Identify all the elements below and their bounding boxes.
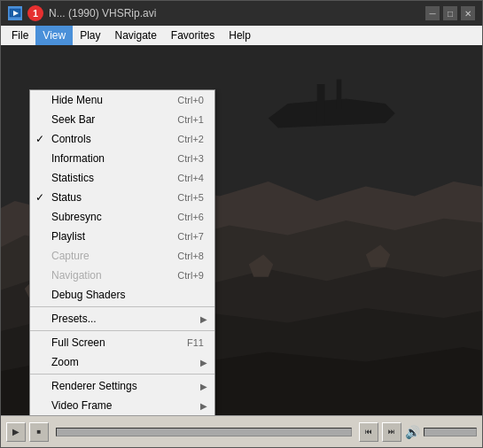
menu-subresync[interactable]: Subresync Ctrl+6: [30, 207, 214, 227]
shortcut-seek-bar: Ctrl+1: [177, 114, 207, 125]
volume-slider[interactable]: [424, 428, 477, 436]
menu-seek-bar[interactable]: Seek Bar Ctrl+1: [30, 110, 214, 129]
minimize-button[interactable]: ─: [425, 6, 440, 20]
menu-hide-menu[interactable]: Hide Menu Ctrl+0: [30, 90, 214, 110]
title-bar: 1 N... (1990) VHSRip.avi ─ □ ✕: [1, 1, 482, 26]
shortcut-playlist: Ctrl+7: [177, 231, 207, 242]
menu-help[interactable]: Help: [222, 26, 258, 45]
svg-rect-4: [317, 84, 325, 123]
menu-controls[interactable]: ✓ Controls Ctrl+2: [30, 129, 214, 149]
arrow-presets: ▶: [200, 314, 207, 324]
shortcut-statistics: Ctrl+4: [177, 173, 207, 183]
shortcut-subresync: Ctrl+6: [177, 212, 207, 222]
menu-play[interactable]: Play: [73, 26, 107, 45]
menu-file[interactable]: File: [4, 26, 35, 45]
menu-navigation: Navigation Ctrl+9: [30, 266, 214, 285]
menu-zoom[interactable]: Zoom ▶: [30, 352, 214, 372]
window-controls: ─ □ ✕: [425, 6, 475, 20]
view-dropdown-menu: Hide Menu Ctrl+0 Seek Bar Ctrl+1 ✓ Contr…: [29, 89, 215, 415]
app-icon: [8, 6, 22, 20]
close-button[interactable]: ✕: [461, 6, 475, 20]
main-window: 1 N... (1990) VHSRip.avi ─ □ ✕ File View…: [0, 0, 483, 448]
separator-3: [30, 374, 214, 375]
menu-debug-shaders[interactable]: Debug Shaders: [30, 285, 214, 305]
volume-icon: 🔊: [405, 425, 420, 439]
shortcut-hide-menu: Ctrl+0: [177, 95, 207, 105]
menu-renderer-settings[interactable]: Renderer Settings ▶: [30, 376, 214, 396]
prev-button[interactable]: ⏮: [359, 422, 378, 442]
shortcut-status: Ctrl+5: [177, 192, 207, 203]
stop-button[interactable]: ■: [29, 422, 49, 442]
menu-statistics[interactable]: Statistics Ctrl+4: [30, 168, 214, 188]
menu-full-screen[interactable]: Full Screen F11: [30, 333, 214, 352]
arrow-zoom: ▶: [200, 358, 207, 367]
seek-bar[interactable]: [56, 428, 352, 436]
separator-2: [30, 330, 214, 331]
video-area: Hide Menu Ctrl+0 Seek Bar Ctrl+1 ✓ Contr…: [1, 45, 482, 415]
menu-playlist[interactable]: Playlist Ctrl+7: [30, 227, 214, 246]
shortcut-full-screen: F11: [187, 337, 207, 348]
menu-navigate[interactable]: Navigate: [107, 26, 163, 45]
arrow-video-frame: ▶: [200, 401, 207, 411]
check-status: ✓: [35, 191, 44, 204]
menu-video-frame[interactable]: Video Frame ▶: [30, 396, 214, 415]
shortcut-capture: Ctrl+8: [177, 251, 207, 261]
window-title: N... (1990) VHSRip.avi: [49, 7, 425, 19]
menu-view[interactable]: View: [35, 26, 73, 45]
badge-1: 1: [27, 5, 43, 21]
menu-information[interactable]: Information Ctrl+3: [30, 149, 214, 168]
next-button[interactable]: ⏭: [382, 422, 401, 442]
play-button[interactable]: ▶: [6, 422, 26, 442]
menu-bar: File View Play Navigate Favorites Help: [1, 26, 482, 45]
shortcut-navigation: Ctrl+9: [177, 270, 207, 281]
separator-1: [30, 306, 214, 307]
arrow-renderer: ▶: [200, 382, 207, 391]
menu-presets[interactable]: Presets... ▶: [30, 309, 214, 328]
volume-control: 🔊: [405, 425, 477, 439]
svg-rect-5: [337, 80, 342, 109]
playback-controls: ▶ ■ ⏮ ⏭ 🔊: [1, 415, 482, 447]
check-controls: ✓: [35, 133, 44, 145]
shortcut-information: Ctrl+3: [177, 153, 207, 164]
maximize-button[interactable]: □: [443, 6, 457, 20]
menu-status[interactable]: ✓ Status Ctrl+5: [30, 188, 214, 207]
menu-favorites[interactable]: Favorites: [164, 26, 222, 45]
menu-capture: Capture Ctrl+8: [30, 246, 214, 266]
shortcut-controls: Ctrl+2: [177, 134, 207, 144]
